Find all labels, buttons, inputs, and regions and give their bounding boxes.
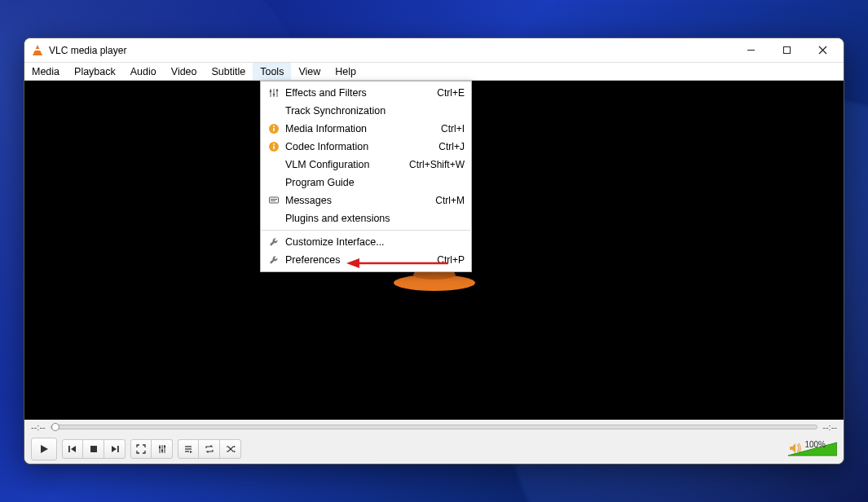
window-title: VLC media player bbox=[49, 45, 126, 56]
vlc-cone-icon bbox=[31, 44, 44, 57]
svg-point-17 bbox=[273, 126, 275, 127]
vlc-window: VLC media player Media Playback Audio Vi… bbox=[24, 37, 844, 465]
previous-button[interactable] bbox=[62, 439, 83, 459]
fullscreen-button[interactable] bbox=[130, 439, 152, 459]
svg-marker-25 bbox=[346, 258, 359, 268]
svg-marker-41 bbox=[190, 451, 192, 453]
svg-point-14 bbox=[276, 90, 279, 92]
video-area[interactable]: Effects and Filters Ctrl+E Track Synchro… bbox=[24, 81, 844, 420]
menu-video[interactable]: Video bbox=[164, 63, 205, 80]
window-controls bbox=[733, 39, 840, 62]
maximize-button[interactable] bbox=[769, 39, 804, 62]
svg-rect-27 bbox=[68, 446, 70, 452]
svg-rect-1 bbox=[783, 47, 790, 54]
loop-button[interactable] bbox=[199, 439, 220, 459]
svg-rect-31 bbox=[117, 446, 119, 452]
menuitem-plugins-ext[interactable]: Plugins and extensions bbox=[261, 209, 471, 227]
menuitem-customize-interface[interactable]: Customize Interface... bbox=[261, 233, 471, 251]
seek-bar-row: --:-- --:-- bbox=[24, 420, 844, 434]
menu-separator bbox=[262, 230, 470, 231]
menuitem-codec-info[interactable]: Codec Information Ctrl+J bbox=[261, 138, 471, 156]
menuitem-track-sync[interactable]: Track Synchronization bbox=[261, 102, 471, 120]
menubar: Media Playback Audio Video Subtitle Tool… bbox=[24, 63, 844, 81]
svg-marker-26 bbox=[41, 445, 48, 453]
annotation-arrow bbox=[346, 256, 452, 273]
next-button[interactable] bbox=[104, 439, 126, 459]
sliders-icon bbox=[266, 87, 282, 99]
menu-audio[interactable]: Audio bbox=[123, 63, 164, 80]
time-elapsed[interactable]: --:-- bbox=[31, 422, 46, 432]
menuitem-messages[interactable]: Messages Ctrl+M bbox=[261, 192, 471, 209]
wrench-icon bbox=[266, 254, 282, 266]
info-icon bbox=[266, 141, 282, 152]
svg-marker-28 bbox=[71, 446, 76, 452]
seek-thumb[interactable] bbox=[51, 423, 59, 431]
menu-view[interactable]: View bbox=[291, 63, 328, 80]
svg-point-20 bbox=[273, 143, 275, 145]
svg-marker-30 bbox=[112, 446, 117, 452]
info-icon bbox=[266, 123, 282, 134]
titlebar: VLC media player bbox=[24, 38, 844, 63]
menu-subtitle[interactable]: Subtitle bbox=[205, 63, 253, 80]
message-icon bbox=[266, 195, 282, 206]
menu-media[interactable]: Media bbox=[24, 63, 67, 80]
wrench-icon bbox=[266, 236, 282, 248]
menu-help[interactable]: Help bbox=[328, 63, 364, 80]
seek-slider[interactable] bbox=[51, 425, 818, 429]
menu-playback[interactable]: Playback bbox=[67, 63, 123, 80]
svg-rect-29 bbox=[90, 446, 97, 452]
time-total[interactable]: --:-- bbox=[822, 422, 837, 432]
playlist-button[interactable] bbox=[178, 439, 199, 459]
menuitem-vlm-config[interactable]: VLM Configuration Ctrl+Shift+W bbox=[261, 156, 471, 174]
tools-dropdown: Effects and Filters Ctrl+E Track Synchro… bbox=[260, 81, 472, 272]
menuitem-media-info[interactable]: Media Information Ctrl+I bbox=[261, 120, 471, 138]
close-button[interactable] bbox=[804, 39, 840, 62]
volume-percent: 100% bbox=[804, 440, 826, 449]
svg-rect-16 bbox=[273, 128, 275, 131]
menu-tools[interactable]: Tools bbox=[253, 63, 291, 80]
svg-marker-42 bbox=[234, 446, 236, 447]
play-button[interactable] bbox=[31, 438, 57, 460]
extended-settings-button[interactable] bbox=[152, 439, 173, 459]
minimize-button[interactable] bbox=[733, 39, 769, 62]
volume-area: 100% bbox=[788, 440, 837, 459]
svg-rect-21 bbox=[270, 197, 279, 203]
svg-point-12 bbox=[270, 90, 272, 93]
svg-point-13 bbox=[273, 94, 275, 96]
svg-point-35 bbox=[158, 447, 160, 448]
menuitem-program-guide[interactable]: Program Guide bbox=[261, 174, 471, 192]
svg-point-37 bbox=[163, 446, 165, 447]
shuffle-button[interactable] bbox=[220, 439, 241, 459]
svg-marker-43 bbox=[234, 451, 236, 452]
menuitem-effects-filters[interactable]: Effects and Filters Ctrl+E bbox=[261, 84, 471, 102]
svg-rect-19 bbox=[273, 146, 275, 149]
svg-point-36 bbox=[161, 450, 162, 451]
stop-button[interactable] bbox=[83, 439, 104, 459]
playback-controls: 100% bbox=[24, 434, 844, 464]
